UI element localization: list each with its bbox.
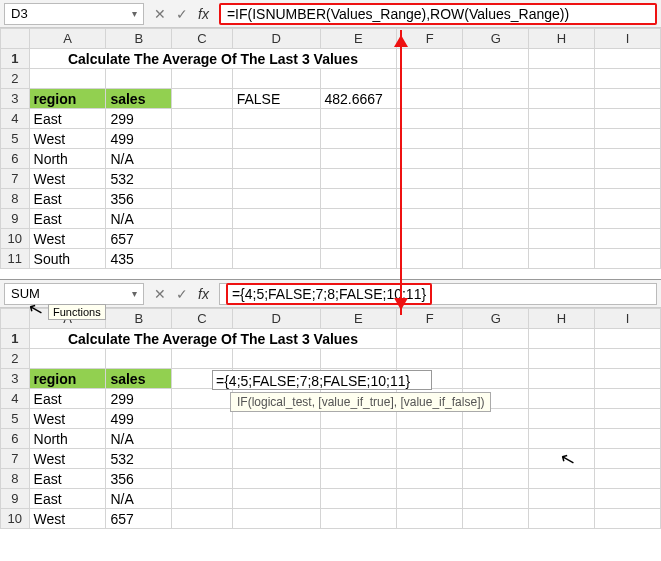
cell[interactable]: East xyxy=(29,469,106,489)
col-hdr[interactable]: H xyxy=(529,309,595,329)
cell[interactable] xyxy=(463,129,529,149)
table-row[interactable]: 9EastN/A xyxy=(1,489,661,509)
cell[interactable] xyxy=(463,249,529,269)
cell[interactable] xyxy=(172,389,232,409)
cell[interactable] xyxy=(320,169,397,189)
row-hdr[interactable]: 6 xyxy=(1,429,30,449)
cell[interactable] xyxy=(232,349,320,369)
cell[interactable] xyxy=(320,229,397,249)
cell[interactable] xyxy=(232,509,320,529)
col-hdr[interactable]: G xyxy=(463,309,529,329)
cell[interactable] xyxy=(232,169,320,189)
name-box[interactable]: D3 ▾ xyxy=(4,3,144,25)
cell[interactable] xyxy=(595,409,661,429)
col-hdr[interactable]: H xyxy=(529,29,595,49)
cell[interactable]: East xyxy=(29,489,106,509)
cell[interactable] xyxy=(29,349,106,369)
table-row[interactable]: 6NorthN/A xyxy=(1,149,661,169)
cell[interactable] xyxy=(529,129,595,149)
cell[interactable] xyxy=(529,49,595,69)
cell[interactable] xyxy=(106,69,172,89)
row-hdr[interactable]: 11 xyxy=(1,249,30,269)
cell-D3[interactable]: FALSE xyxy=(232,89,320,109)
cell[interactable] xyxy=(463,229,529,249)
cell[interactable] xyxy=(463,109,529,129)
cell[interactable] xyxy=(397,209,463,229)
cell[interactable] xyxy=(595,389,661,409)
cell[interactable]: South xyxy=(29,249,106,269)
cell[interactable]: East xyxy=(29,389,106,409)
cell[interactable]: N/A xyxy=(106,429,172,449)
header-sales[interactable]: sales xyxy=(106,89,172,109)
cell[interactable] xyxy=(320,249,397,269)
cell[interactable]: East xyxy=(29,209,106,229)
cell[interactable] xyxy=(172,69,232,89)
cell[interactable] xyxy=(529,209,595,229)
cell[interactable] xyxy=(172,149,232,169)
cell[interactable] xyxy=(232,149,320,169)
cell[interactable] xyxy=(595,509,661,529)
row-hdr[interactable]: 2 xyxy=(1,69,30,89)
cell[interactable] xyxy=(320,209,397,229)
cell[interactable] xyxy=(397,329,463,349)
fx-icon[interactable]: fx xyxy=(198,286,209,302)
cell[interactable] xyxy=(172,229,232,249)
cell[interactable]: 435 xyxy=(106,249,172,269)
table-row[interactable]: 5West499 xyxy=(1,129,661,149)
cell[interactable] xyxy=(320,449,397,469)
cell[interactable]: N/A xyxy=(106,209,172,229)
cell[interactable] xyxy=(529,189,595,209)
col-hdr[interactable]: D xyxy=(232,309,320,329)
cell[interactable] xyxy=(397,489,463,509)
cell[interactable]: 499 xyxy=(106,409,172,429)
cell[interactable]: 299 xyxy=(106,389,172,409)
cell[interactable]: North xyxy=(29,429,106,449)
cell[interactable] xyxy=(529,469,595,489)
col-hdr[interactable]: B xyxy=(106,309,172,329)
cell[interactable] xyxy=(463,209,529,229)
cell[interactable] xyxy=(320,429,397,449)
header-region[interactable]: region xyxy=(29,89,106,109)
cell[interactable]: West xyxy=(29,449,106,469)
cell[interactable] xyxy=(595,89,661,109)
cell[interactable] xyxy=(397,249,463,269)
cell[interactable]: 356 xyxy=(106,469,172,489)
cell[interactable]: 299 xyxy=(106,109,172,129)
table-row[interactable]: 7West532 xyxy=(1,169,661,189)
cell[interactable]: East xyxy=(29,109,106,129)
enter-icon[interactable]: ✓ xyxy=(176,286,188,302)
row-hdr[interactable]: 7 xyxy=(1,449,30,469)
row-hdr[interactable]: 3 xyxy=(1,369,30,389)
cell[interactable] xyxy=(232,109,320,129)
title-cell[interactable]: Calculate The Average Of The Last 3 Valu… xyxy=(29,49,397,69)
name-box-dropdown-icon[interactable]: ▾ xyxy=(132,288,137,299)
cell[interactable] xyxy=(320,489,397,509)
row-hdr[interactable]: 5 xyxy=(1,129,30,149)
col-hdr[interactable]: E xyxy=(320,309,397,329)
cell[interactable] xyxy=(463,509,529,529)
cell[interactable] xyxy=(595,449,661,469)
cell[interactable] xyxy=(397,89,463,109)
table-row[interactable]: 2 xyxy=(1,349,661,369)
cell[interactable] xyxy=(529,69,595,89)
cell[interactable] xyxy=(595,329,661,349)
row-hdr[interactable]: 9 xyxy=(1,489,30,509)
cell[interactable] xyxy=(595,49,661,69)
table-row[interactable]: 6NorthN/A xyxy=(1,429,661,449)
table-row[interactable]: 4East299 xyxy=(1,109,661,129)
table-row[interactable]: 2 xyxy=(1,69,661,89)
cell[interactable] xyxy=(320,109,397,129)
cell[interactable] xyxy=(232,129,320,149)
cell[interactable] xyxy=(320,69,397,89)
cell[interactable] xyxy=(463,189,529,209)
cell[interactable]: 532 xyxy=(106,449,172,469)
cell[interactable] xyxy=(397,229,463,249)
cell[interactable] xyxy=(172,509,232,529)
cell[interactable] xyxy=(529,409,595,429)
cell[interactable] xyxy=(595,169,661,189)
cell[interactable]: West xyxy=(29,229,106,249)
row-hdr[interactable]: 10 xyxy=(1,509,30,529)
cell[interactable]: West xyxy=(29,129,106,149)
cell[interactable] xyxy=(232,209,320,229)
table-row[interactable]: 9EastN/A xyxy=(1,209,661,229)
